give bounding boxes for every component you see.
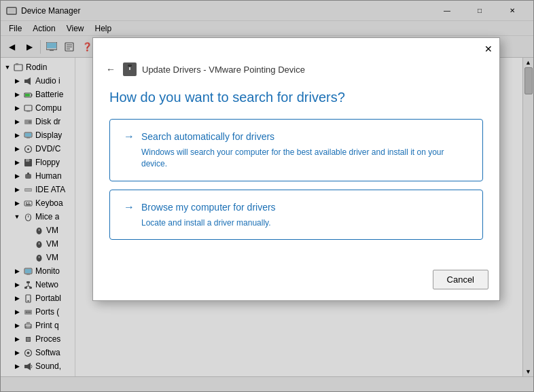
dialog-titlebar: ✕	[93, 38, 499, 60]
browse-computer-option[interactable]: → Browse my computer for drivers Locate …	[109, 190, 483, 240]
search-automatically-option[interactable]: → Search automatically for drivers Windo…	[109, 119, 483, 181]
dialog-footer: Cancel	[93, 264, 499, 300]
arrow-icon-1: →	[124, 130, 135, 143]
dialog-header-title: Update Drivers - VMware Pointing Device	[142, 65, 305, 75]
search-auto-title: Search automatically for drivers	[141, 131, 274, 142]
option-title-row-2: → Browse my computer for drivers	[124, 201, 469, 213]
dialog-back-button[interactable]: ←	[104, 63, 118, 76]
svg-rect-91	[128, 65, 132, 67]
browse-desc: Locate and install a driver manually.	[124, 217, 469, 229]
browse-title: Browse my computer for drivers	[141, 202, 276, 213]
dialog-question: How do you want to search for drivers?	[109, 90, 483, 105]
dialog-header-device-icon	[123, 63, 137, 76]
dialog-body: How do you want to search for drivers? →…	[93, 84, 499, 264]
cancel-button[interactable]: Cancel	[433, 270, 488, 289]
search-auto-desc: Windows will search your computer for th…	[124, 147, 469, 170]
dialog-close-button[interactable]: ✕	[480, 41, 497, 57]
update-drivers-dialog: ✕ ← Update Drivers - VMware Pointing Dev…	[92, 37, 500, 301]
arrow-icon-2: →	[124, 201, 135, 213]
option-title-row: → Search automatically for drivers	[124, 130, 469, 143]
modal-overlay: ✕ ← Update Drivers - VMware Pointing Dev…	[0, 0, 534, 392]
dialog-header: ← Update Drivers - VMware Pointing Devic…	[93, 60, 499, 84]
